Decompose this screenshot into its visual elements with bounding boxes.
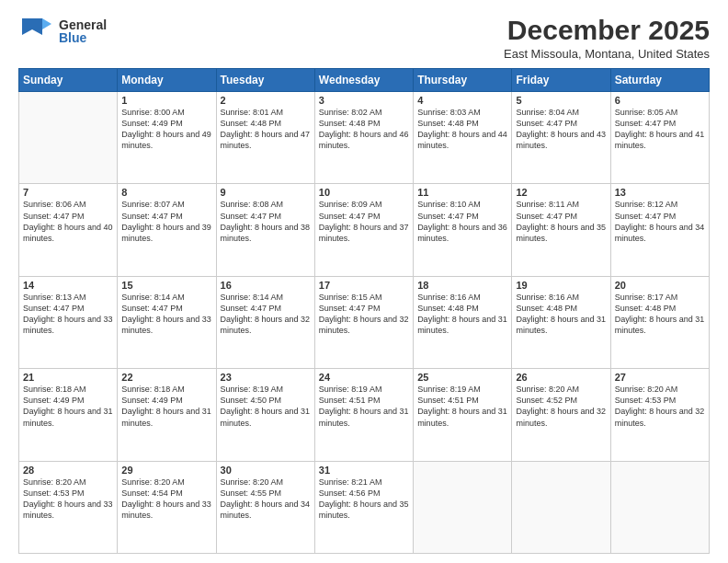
day-info: Sunrise: 8:07 AM Sunset: 4:47 PM Dayligh… [121,199,211,244]
day-info: Sunrise: 8:12 AM Sunset: 4:47 PM Dayligh… [615,199,705,244]
calendar-cell: 6Sunrise: 8:05 AM Sunset: 4:47 PM Daylig… [610,92,709,184]
calendar-cell: 2Sunrise: 8:01 AM Sunset: 4:48 PM Daylig… [216,92,314,184]
calendar-week-3: 21Sunrise: 8:18 AM Sunset: 4:49 PM Dayli… [19,369,710,461]
col-sunday: Sunday [19,69,118,92]
calendar-cell [512,461,610,553]
calendar-cell: 24Sunrise: 8:19 AM Sunset: 4:51 PM Dayli… [314,369,413,461]
day-info: Sunrise: 8:05 AM Sunset: 4:47 PM Dayligh… [615,107,705,152]
day-number: 14 [23,280,113,291]
day-number: 30 [221,465,311,476]
day-info: Sunrise: 8:20 AM Sunset: 4:55 PM Dayligh… [221,477,311,522]
calendar-week-1: 7Sunrise: 8:06 AM Sunset: 4:47 PM Daylig… [19,184,710,276]
calendar-cell: 12Sunrise: 8:11 AM Sunset: 4:47 PM Dayli… [512,184,610,276]
header: General Blue December 2025 East Missoula… [18,15,710,61]
day-number: 10 [319,187,409,198]
day-info: Sunrise: 8:20 AM Sunset: 4:53 PM Dayligh… [23,477,113,522]
svg-marker-0 [22,18,42,35]
calendar-cell: 17Sunrise: 8:15 AM Sunset: 4:47 PM Dayli… [314,276,413,368]
calendar-cell: 4Sunrise: 8:03 AM Sunset: 4:48 PM Daylig… [414,92,512,184]
location: East Missoula, Montana, United States [504,47,710,61]
col-monday: Monday [118,69,216,92]
logo-general-text: General [59,18,107,31]
calendar-cell: 13Sunrise: 8:12 AM Sunset: 4:47 PM Dayli… [610,184,709,276]
day-number: 27 [615,372,705,383]
calendar-cell: 16Sunrise: 8:14 AM Sunset: 4:47 PM Dayli… [216,276,314,368]
header-right: December 2025 East Missoula, Montana, Un… [504,15,710,61]
calendar-cell: 9Sunrise: 8:08 AM Sunset: 4:47 PM Daylig… [216,184,314,276]
day-number: 21 [23,372,113,383]
day-number: 22 [121,372,211,383]
col-friday: Friday [512,69,610,92]
svg-marker-1 [42,18,51,29]
col-thursday: Thursday [414,69,512,92]
day-number: 25 [417,372,507,383]
day-number: 31 [319,465,409,476]
day-info: Sunrise: 8:20 AM Sunset: 4:54 PM Dayligh… [121,477,211,522]
calendar-cell: 19Sunrise: 8:16 AM Sunset: 4:48 PM Dayli… [512,276,610,368]
day-info: Sunrise: 8:02 AM Sunset: 4:48 PM Dayligh… [319,107,409,152]
calendar-cell: 11Sunrise: 8:10 AM Sunset: 4:47 PM Dayli… [414,184,512,276]
calendar-cell [610,461,709,553]
calendar-week-4: 28Sunrise: 8:20 AM Sunset: 4:53 PM Dayli… [19,461,710,553]
day-info: Sunrise: 8:14 AM Sunset: 4:47 PM Dayligh… [121,292,211,337]
calendar-cell: 18Sunrise: 8:16 AM Sunset: 4:48 PM Dayli… [414,276,512,368]
day-info: Sunrise: 8:18 AM Sunset: 4:49 PM Dayligh… [23,384,113,429]
day-number: 15 [121,280,211,291]
col-tuesday: Tuesday [216,69,314,92]
calendar-cell: 25Sunrise: 8:19 AM Sunset: 4:51 PM Dayli… [414,369,512,461]
day-number: 16 [221,280,311,291]
calendar-cell: 30Sunrise: 8:20 AM Sunset: 4:55 PM Dayli… [216,461,314,553]
calendar-table: Sunday Monday Tuesday Wednesday Thursday… [18,68,710,554]
calendar-cell: 20Sunrise: 8:17 AM Sunset: 4:48 PM Dayli… [610,276,709,368]
logo: General Blue [18,15,107,48]
day-number: 13 [615,187,705,198]
page: General Blue December 2025 East Missoula… [0,0,728,563]
day-info: Sunrise: 8:16 AM Sunset: 4:48 PM Dayligh… [516,292,606,337]
calendar-cell: 7Sunrise: 8:06 AM Sunset: 4:47 PM Daylig… [19,184,118,276]
day-number: 24 [319,372,409,383]
day-number: 29 [121,465,211,476]
day-info: Sunrise: 8:19 AM Sunset: 4:50 PM Dayligh… [221,384,311,429]
calendar-cell: 8Sunrise: 8:07 AM Sunset: 4:47 PM Daylig… [118,184,216,276]
day-info: Sunrise: 8:10 AM Sunset: 4:47 PM Dayligh… [417,199,507,244]
calendar-cell: 3Sunrise: 8:02 AM Sunset: 4:48 PM Daylig… [314,92,413,184]
day-number: 20 [615,280,705,291]
calendar-cell: 26Sunrise: 8:20 AM Sunset: 4:52 PM Dayli… [512,369,610,461]
calendar-cell [414,461,512,553]
day-number: 8 [121,187,211,198]
logo-name: General Blue [59,18,107,44]
day-number: 5 [516,95,606,106]
calendar-cell: 29Sunrise: 8:20 AM Sunset: 4:54 PM Dayli… [118,461,216,553]
day-number: 7 [23,187,113,198]
calendar-cell: 14Sunrise: 8:13 AM Sunset: 4:47 PM Dayli… [19,276,118,368]
day-number: 1 [121,95,211,106]
day-number: 19 [516,280,606,291]
day-info: Sunrise: 8:06 AM Sunset: 4:47 PM Dayligh… [23,199,113,244]
day-info: Sunrise: 8:08 AM Sunset: 4:47 PM Dayligh… [221,199,311,244]
calendar-cell: 5Sunrise: 8:04 AM Sunset: 4:47 PM Daylig… [512,92,610,184]
calendar-week-0: 1Sunrise: 8:00 AM Sunset: 4:49 PM Daylig… [19,92,710,184]
calendar-cell: 15Sunrise: 8:14 AM Sunset: 4:47 PM Dayli… [118,276,216,368]
day-info: Sunrise: 8:20 AM Sunset: 4:52 PM Dayligh… [516,384,606,429]
calendar-cell: 23Sunrise: 8:19 AM Sunset: 4:50 PM Dayli… [216,369,314,461]
col-wednesday: Wednesday [314,69,413,92]
day-number: 23 [221,372,311,383]
day-info: Sunrise: 8:00 AM Sunset: 4:49 PM Dayligh… [121,107,211,152]
day-info: Sunrise: 8:09 AM Sunset: 4:47 PM Dayligh… [319,199,409,244]
month-title: December 2025 [504,15,710,45]
day-info: Sunrise: 8:11 AM Sunset: 4:47 PM Dayligh… [516,199,606,244]
calendar-cell: 31Sunrise: 8:21 AM Sunset: 4:56 PM Dayli… [314,461,413,553]
day-number: 3 [319,95,409,106]
logo-blue-text: Blue [59,31,107,44]
day-info: Sunrise: 8:19 AM Sunset: 4:51 PM Dayligh… [319,384,409,429]
calendar-cell [19,92,118,184]
col-saturday: Saturday [610,69,709,92]
day-info: Sunrise: 8:21 AM Sunset: 4:56 PM Dayligh… [319,477,409,522]
calendar-header-row: Sunday Monday Tuesday Wednesday Thursday… [19,69,710,92]
calendar-week-2: 14Sunrise: 8:13 AM Sunset: 4:47 PM Dayli… [19,276,710,368]
day-number: 12 [516,187,606,198]
day-number: 6 [615,95,705,106]
day-info: Sunrise: 8:15 AM Sunset: 4:47 PM Dayligh… [319,292,409,337]
day-info: Sunrise: 8:13 AM Sunset: 4:47 PM Dayligh… [23,292,113,337]
day-number: 28 [23,465,113,476]
